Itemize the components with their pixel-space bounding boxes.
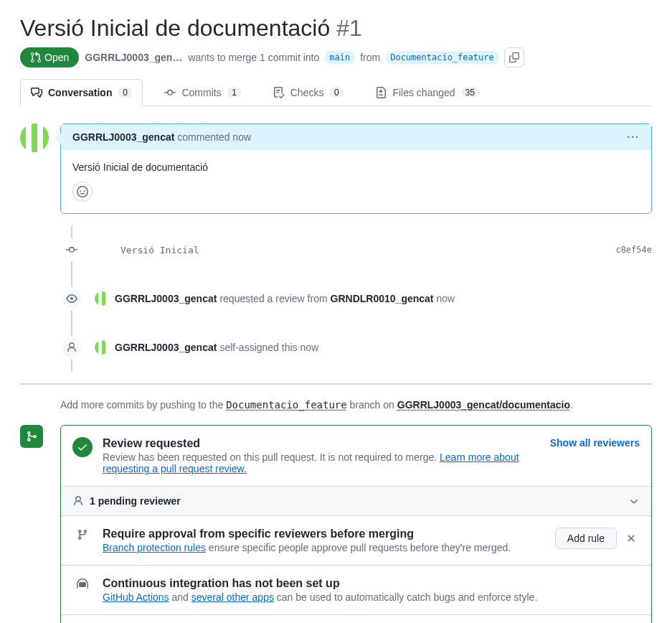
commit-message[interactable]: Versió Inicial <box>120 245 604 256</box>
state-label: Open <box>44 52 69 63</box>
pr-number: #1 <box>336 15 362 41</box>
commit-sha[interactable]: c8ef54e <box>615 245 652 255</box>
pr-meta: Open GGRRLJ0003_gen… wants to merge 1 co… <box>20 47 652 67</box>
tab-files-label: Files changed <box>392 87 455 98</box>
review-reviewer[interactable]: GRNDLR0010_gencat <box>331 293 434 304</box>
eye-icon <box>66 293 77 304</box>
tab-commits-label: Commits <box>181 87 221 98</box>
protection-rest: ensure specific people approve pull requ… <box>209 542 511 553</box>
state-badge: Open <box>20 47 79 67</box>
hubot-icon <box>72 577 93 590</box>
tab-checks[interactable]: Checks 0 <box>263 79 354 106</box>
protection-title: Require approval from specific reviewers… <box>103 528 545 540</box>
tab-conversation-count: 0 <box>118 88 132 98</box>
comment-action: commented <box>177 131 229 143</box>
review-time[interactable]: now <box>437 293 455 304</box>
tab-commits-count: 1 <box>227 88 242 98</box>
pr-title: Versió Inicial de documentació #1 <box>20 14 652 42</box>
ci-title: Continuous integration has not been set … <box>103 577 640 590</box>
assign-time[interactable]: now <box>300 342 319 353</box>
tab-commits[interactable]: Commits 1 <box>154 79 251 106</box>
pr-author[interactable]: GGRRLJ0003_gen… <box>85 52 182 63</box>
head-branch[interactable]: Documentacio_feature <box>386 51 498 64</box>
file-diff-icon <box>375 87 387 98</box>
branch-protection-section: Require approval from specific reviewers… <box>61 516 651 566</box>
checklist-icon <box>273 87 285 98</box>
github-actions-link[interactable]: GitHub Actions <box>103 591 169 603</box>
merge-text-2: from <box>360 52 380 63</box>
comment-text: Versió Inicial de documentació <box>72 161 640 173</box>
merge-section: Review requested Review has been request… <box>60 425 652 623</box>
pr-header: Versió Inicial de documentació #1 Open G… <box>20 14 652 67</box>
check-circle-icon <box>72 437 93 457</box>
comment-menu-button[interactable]: ··· <box>627 131 640 143</box>
actor-avatar[interactable] <box>95 291 109 306</box>
comment-box: GGRRLJ0003_gencat commented now ··· Vers… <box>60 123 652 214</box>
show-all-reviewers-link[interactable]: Show all reviewers <box>550 437 640 449</box>
assign-text: self-assigned this <box>219 342 297 353</box>
timeline-commit: Versió Inicial c8ef54e <box>60 225 652 274</box>
push-hint: Add more commits by pushing to the Docum… <box>60 399 652 411</box>
comment-discussion-icon <box>31 87 42 98</box>
tab-conversation-label: Conversation <box>48 87 112 98</box>
no-conflicts-section: This branch has no conflicts with the ba… <box>61 615 651 623</box>
git-commit-icon <box>164 87 176 98</box>
review-title: Review requested <box>103 437 540 450</box>
divider <box>20 383 652 385</box>
merge-text-1: wants to merge 1 commit into <box>188 52 319 63</box>
review-requested-section: Review requested Review has been request… <box>61 426 651 487</box>
copy-icon <box>509 52 519 62</box>
assign-actor[interactable]: GGRRLJ0003_gencat <box>115 342 217 353</box>
git-commit-icon <box>66 244 77 256</box>
copy-branch-button[interactable] <box>504 47 524 67</box>
timeline-self-assign: GGRRLJ0003_gencat self-assigned this now <box>60 323 652 372</box>
git-pull-request-icon <box>30 52 42 63</box>
timeline-items: Versió Inicial c8ef54e GGRRLJ0003_gencat… <box>60 225 652 372</box>
push-branch[interactable]: Documentacio_feature <box>226 399 347 411</box>
ci-rest: can be used to automatically catch bugs … <box>277 591 537 603</box>
tab-files[interactable]: Files changed 35 <box>365 79 489 106</box>
review-actor[interactable]: GGRRLJ0003_gencat <box>115 293 217 304</box>
dismiss-protection-button[interactable] <box>623 530 640 547</box>
pending-reviewer-text: 1 pending reviewer <box>90 495 181 507</box>
add-reaction-button[interactable] <box>72 182 93 202</box>
tab-checks-label: Checks <box>290 87 324 98</box>
review-desc: Review has been requested on this pull r… <box>103 451 437 463</box>
push-prefix: Add more commits by pushing to the <box>60 399 223 411</box>
timeline: GGRRLJ0003_gencat commented now ··· Vers… <box>60 123 652 623</box>
ci-section: Continuous integration has not been set … <box>61 566 651 615</box>
tab-checks-count: 0 <box>329 88 344 98</box>
comment-time[interactable]: now <box>232 131 251 143</box>
tabs: Conversation 0 Commits 1 Checks 0 Files … <box>20 79 652 106</box>
smiley-icon <box>77 186 88 197</box>
timeline-review-request: GGRRLJ0003_gencat requested a review fro… <box>60 274 652 323</box>
person-icon <box>66 342 77 353</box>
comment-body: Versió Inicial de documentació <box>61 150 651 213</box>
git-branch-icon <box>72 528 93 540</box>
pending-reviewer-section[interactable]: 1 pending reviewer <box>61 487 651 516</box>
tab-files-count: 35 <box>461 88 479 98</box>
review-badge <box>60 287 83 310</box>
add-rule-button[interactable]: Add rule <box>555 528 617 549</box>
x-icon <box>625 533 637 544</box>
push-repo[interactable]: GGRRLJ0003_gencat/documentacio <box>397 399 570 411</box>
assign-badge <box>60 336 83 359</box>
pr-title-text: Versió Inicial de documentació <box>20 15 330 41</box>
other-apps-link[interactable]: several other apps <box>191 591 274 603</box>
git-merge-icon <box>26 431 37 442</box>
comment-header: GGRRLJ0003_gencat commented now ··· <box>61 124 651 150</box>
protection-rules-link[interactable]: Branch protection rules <box>103 542 206 553</box>
merge-status-badge <box>20 425 43 448</box>
merge-box: Review requested Review has been request… <box>60 425 652 623</box>
tab-conversation[interactable]: Conversation 0 <box>20 79 143 106</box>
person-icon <box>72 495 84 507</box>
check-icon <box>77 441 88 453</box>
base-branch[interactable]: main <box>325 51 354 64</box>
chevron-down-icon[interactable] <box>628 495 640 507</box>
ci-mid: and <box>172 591 189 603</box>
push-mid: branch on <box>350 399 394 411</box>
review-text: requested a review from <box>219 293 327 304</box>
author-avatar[interactable] <box>20 123 49 152</box>
actor-avatar[interactable] <box>95 340 109 355</box>
comment-author[interactable]: GGRRLJ0003_gencat <box>72 131 174 143</box>
